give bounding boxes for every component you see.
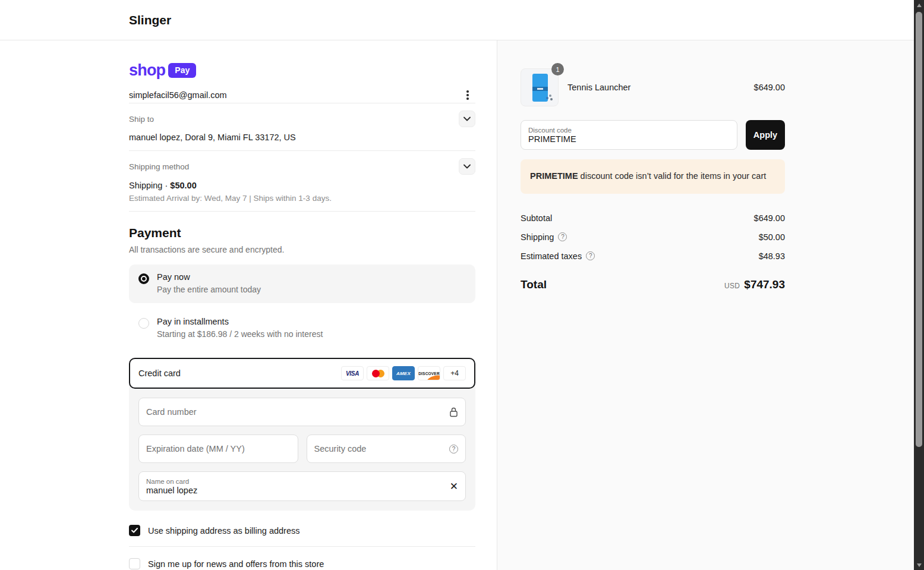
discount-code-input[interactable] — [528, 134, 730, 144]
shipping-estimate: Estimated Arrival by: Wed, May 7 | Ships… — [129, 194, 475, 203]
newsletter-checkbox[interactable] — [129, 558, 140, 569]
pay-installments-option[interactable]: Pay in installments Starting at $186.98 … — [129, 309, 475, 348]
clear-name-icon[interactable]: ✕ — [450, 481, 458, 492]
security-code-input[interactable] — [314, 444, 450, 454]
amex-icon: AMEX — [392, 366, 415, 380]
page-scrollbar[interactable] — [914, 0, 924, 570]
product-name: Tennis Launcher — [567, 83, 754, 92]
pay-installments-description: Starting at $186.98 / 2 weeks with no in… — [157, 329, 323, 339]
security-code-field-wrap: ? — [307, 434, 466, 463]
cart-item-row: 1 Tennis Launcher $649.00 — [521, 68, 785, 106]
billing-address-row: Use shipping address as billing address — [129, 525, 475, 536]
scrollbar-down-arrow-icon[interactable] — [914, 560, 924, 570]
shipping-help-icon[interactable]: ? — [558, 232, 567, 241]
newsletter-label: Sign me up for news and offers from this… — [148, 559, 324, 569]
expiration-field-wrap — [138, 434, 298, 463]
pay-now-option[interactable]: Pay now Pay the entire amount today — [129, 264, 475, 303]
account-email: simplefacil56@gmail.com — [129, 90, 227, 100]
discover-icon: DISCOVER — [418, 366, 440, 380]
main-area: shop Pay simplefacil56@gmail.com Ship to — [0, 40, 914, 570]
ship-to-section: Ship to manuel lopez, Doral 9, Miami FL … — [129, 103, 475, 150]
pay-now-label: Pay now — [157, 272, 261, 282]
shipping-price: $50.00 — [170, 181, 196, 190]
checkout-form-column: shop Pay simplefacil56@gmail.com Ship to — [0, 40, 497, 570]
total-label: Total — [521, 278, 547, 291]
scrollbar-up-arrow-icon[interactable] — [914, 0, 924, 10]
newsletter-row: Sign me up for news and offers from this… — [129, 558, 475, 569]
credit-card-label: Credit card — [138, 369, 181, 378]
subtotal-row: Subtotal $649.00 — [521, 213, 785, 223]
chevron-down-icon — [463, 164, 471, 169]
pay-now-description: Pay the entire amount today — [157, 285, 261, 294]
ship-to-label: Ship to — [129, 115, 154, 124]
shipping-method-value: Shipping · $50.00 — [129, 181, 475, 190]
expiration-date-input[interactable] — [146, 444, 291, 454]
taxes-row: Estimated taxes ? $48.93 — [521, 251, 785, 261]
discount-row: Discount code Apply — [521, 120, 785, 150]
shop-pay-badge: Pay — [168, 63, 196, 78]
checkout-page: Slinger shop Pay simplefacil56@gmail.com — [0, 0, 924, 570]
discount-field-wrap: Discount code — [521, 120, 737, 150]
shipping-method-label: Shipping method — [129, 162, 189, 171]
discount-error-text: discount code isn’t valid for the items … — [578, 171, 767, 181]
billing-address-label: Use shipping address as billing address — [148, 526, 300, 536]
total-row: Total USD $747.93 — [521, 278, 785, 291]
scrollbar-thumb[interactable] — [916, 12, 922, 447]
more-brands-badge: +4 — [443, 366, 466, 380]
credit-card-header[interactable]: Credit card VISA AMEX DISCOVER +4 — [129, 358, 475, 389]
shipping-row: Shipping ? $50.00 — [521, 232, 785, 242]
ship-to-address: manuel lopez, Doral 9, Miami FL 33172, U… — [129, 133, 475, 142]
viewport: Slinger shop Pay simplefacil56@gmail.com — [0, 0, 914, 570]
store-header: Slinger — [0, 0, 914, 40]
product-price: $649.00 — [754, 83, 785, 92]
pay-now-radio[interactable] — [138, 273, 149, 284]
shipping-total-value: $50.00 — [759, 232, 785, 242]
shipping-method-section: Shipping method Shipping · $50.00 Estima… — [129, 150, 475, 211]
shipping-method-expand-button[interactable] — [459, 158, 475, 175]
visa-icon: VISA — [341, 366, 364, 380]
pay-installments-label: Pay in installments — [157, 317, 323, 326]
taxes-label: Estimated taxes — [521, 251, 582, 261]
totals-block: Subtotal $649.00 Shipping ? $50.00 — [521, 213, 785, 291]
payment-subtitle: All transactions are secure and encrypte… — [129, 245, 475, 254]
card-number-field-wrap — [138, 398, 466, 426]
card-brand-icons: VISA AMEX DISCOVER +4 — [341, 366, 466, 380]
credit-card-form: ? Name on card ✕ — [129, 389, 475, 511]
credit-card-box: Credit card VISA AMEX DISCOVER +4 — [129, 358, 475, 511]
name-on-card-label: Name on card — [146, 478, 450, 485]
discount-error-code: PRIMETIME — [530, 171, 578, 181]
total-currency: USD — [724, 282, 740, 290]
divider — [129, 546, 475, 547]
shop-pay-logo: shop Pay — [129, 61, 475, 80]
mastercard-icon — [367, 366, 389, 380]
email-row: simplefacil56@gmail.com — [129, 87, 475, 103]
total-value: $747.93 — [744, 278, 785, 291]
quantity-badge: 1 — [551, 63, 564, 75]
taxes-help-icon[interactable]: ? — [586, 251, 595, 260]
billing-address-checkbox[interactable] — [129, 525, 140, 536]
discount-code-label: Discount code — [528, 127, 730, 134]
ship-to-expand-button[interactable] — [459, 111, 475, 127]
card-number-input[interactable] — [146, 407, 449, 417]
lock-icon — [449, 407, 458, 417]
name-on-card-input[interactable] — [146, 486, 450, 495]
pay-installments-radio[interactable] — [138, 318, 149, 329]
check-icon — [131, 528, 138, 533]
kebab-menu-icon[interactable] — [460, 87, 475, 103]
taxes-value: $48.93 — [759, 251, 785, 261]
product-image — [521, 68, 559, 106]
security-code-help-icon[interactable]: ? — [449, 445, 458, 454]
chevron-down-icon — [463, 116, 471, 121]
discount-error-banner: PRIMETIME discount code isn’t valid for … — [521, 159, 785, 194]
shipping-total-label: Shipping — [521, 232, 554, 242]
subtotal-value: $649.00 — [754, 213, 785, 223]
order-summary-column: 1 Tennis Launcher $649.00 Discount code … — [497, 40, 914, 570]
store-logo[interactable]: Slinger — [129, 13, 171, 27]
shop-pay-shop-word: shop — [129, 61, 165, 80]
name-on-card-field-wrap: Name on card ✕ — [138, 471, 466, 501]
apply-discount-button[interactable]: Apply — [746, 120, 785, 150]
payment-section: Payment All transactions are secure and … — [129, 211, 475, 569]
payment-title: Payment — [129, 226, 475, 240]
subtotal-label: Subtotal — [521, 213, 552, 223]
